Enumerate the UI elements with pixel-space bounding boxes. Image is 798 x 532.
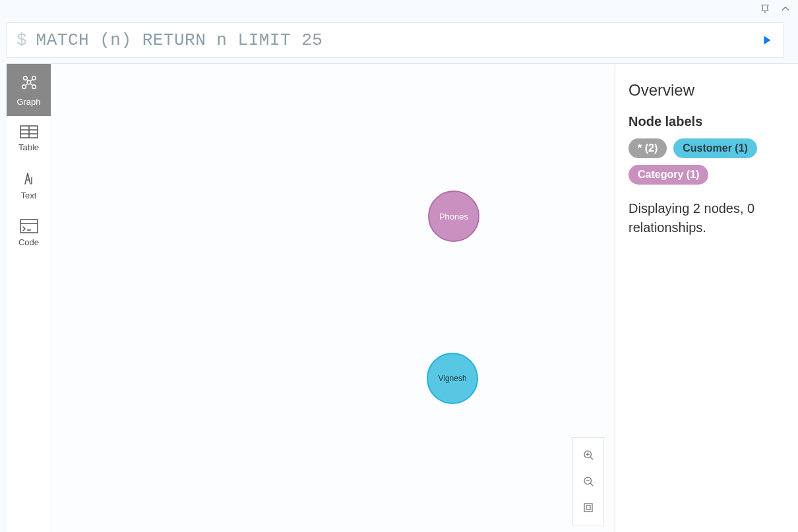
overview-title: Overview	[629, 81, 785, 100]
svg-line-8	[25, 84, 28, 86]
tab-text-label: Text	[21, 191, 37, 200]
workspace: Graph Table Text	[7, 63, 798, 532]
node-vignesh[interactable]: Vignesh	[427, 353, 478, 404]
tab-graph[interactable]: Graph	[7, 64, 51, 116]
table-icon	[20, 125, 38, 138]
svg-line-6	[26, 79, 28, 81]
svg-rect-29	[586, 506, 590, 510]
svg-line-7	[30, 79, 32, 81]
node-labels-header: Node labels	[629, 114, 785, 129]
tab-code-label: Code	[18, 237, 39, 247]
label-all[interactable]: * (2)	[629, 138, 667, 158]
tab-code[interactable]: Code	[7, 210, 51, 256]
tab-table[interactable]: Table	[7, 116, 51, 162]
code-icon	[20, 219, 38, 233]
svg-rect-28	[584, 504, 592, 512]
svg-line-9	[30, 84, 32, 86]
text-icon	[21, 171, 37, 187]
tab-graph-label: Graph	[16, 97, 40, 107]
view-tabs: Graph Table Text	[7, 64, 51, 532]
node-labels-row: * (2) Customer (1) Category (1)	[629, 138, 785, 185]
label-customer[interactable]: Customer (1)	[673, 138, 757, 158]
node-phones-label: Phones	[439, 212, 468, 222]
zoom-out-button[interactable]	[573, 468, 603, 494]
node-vignesh-label: Vignesh	[438, 374, 466, 383]
overview-status: Displaying 2 nodes, 0 relationships.	[629, 199, 785, 237]
svg-line-15	[28, 173, 30, 184]
svg-line-22	[590, 457, 592, 459]
collapse-icon[interactable]	[780, 3, 791, 17]
node-phones[interactable]: Phones	[428, 191, 479, 242]
tab-text[interactable]: Text	[7, 162, 51, 210]
pin-icon[interactable]	[760, 3, 770, 16]
query-input[interactable]: MATCH (n) RETURN n LIMIT 25	[36, 30, 759, 50]
svg-line-14	[25, 173, 28, 184]
tab-table-label: Table	[18, 142, 39, 152]
zoom-in-button[interactable]	[573, 442, 603, 468]
graph-icon	[19, 73, 39, 93]
zoom-fit-button[interactable]	[573, 494, 603, 521]
svg-line-26	[590, 483, 592, 485]
overview-panel: Overview Node labels * (2) Customer (1) …	[615, 64, 798, 532]
graph-canvas[interactable]: Phones Vignesh	[51, 64, 615, 532]
label-category[interactable]: Category (1)	[629, 165, 708, 185]
query-bar: $ MATCH (n) RETURN n LIMIT 25	[7, 22, 783, 58]
run-query-button[interactable]	[759, 33, 774, 47]
zoom-panel	[572, 437, 604, 525]
query-prompt-symbol: $	[16, 30, 27, 50]
